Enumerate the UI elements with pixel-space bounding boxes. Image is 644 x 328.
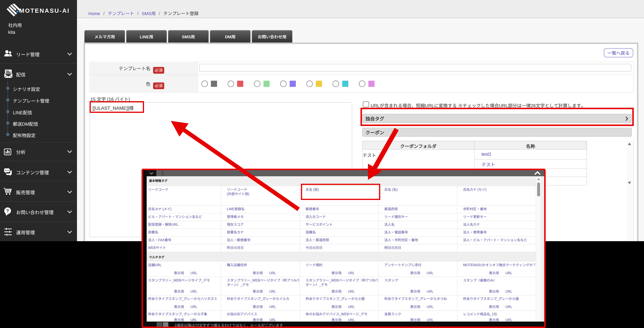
svg-text:?: ? [6,208,9,213]
